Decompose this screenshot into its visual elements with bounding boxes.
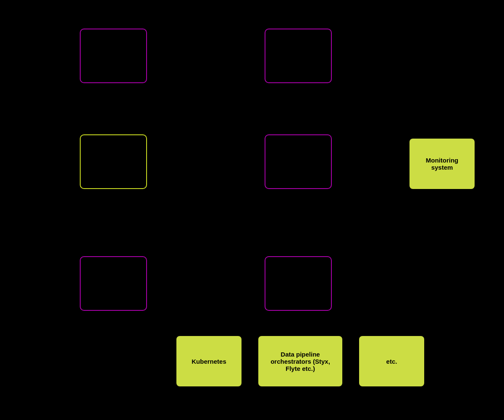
box-bot-left: [80, 256, 147, 311]
box-mid-left: [80, 134, 147, 189]
etc-label: etc.: [359, 336, 424, 386]
main-canvas: Monitoring systemKubernetesData pipeline…: [0, 0, 504, 420]
box-top-left: [80, 29, 147, 83]
data-pipeline-label: Data pipeline orchestrators (Styx, Flyte…: [258, 336, 342, 386]
box-mid-center: [265, 134, 332, 189]
box-top-mid: [265, 29, 332, 83]
monitoring-system-label: Monitoring system: [410, 139, 475, 189]
box-bot-center: [265, 256, 332, 311]
kubernetes-label: Kubernetes: [176, 336, 242, 386]
